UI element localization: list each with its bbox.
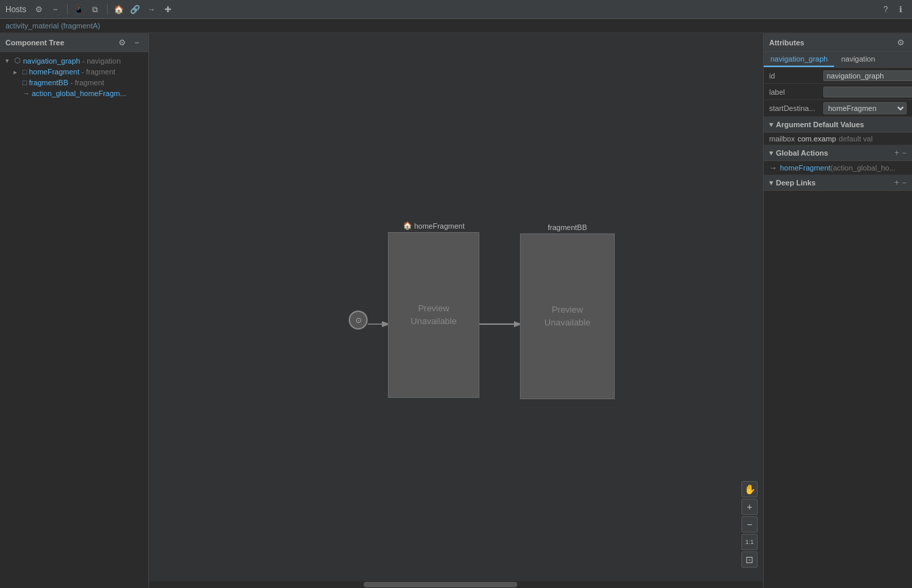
global-action-item[interactable]: → homeFragment (action_global_ho... [764,161,912,175]
toolbar-minimize-icon[interactable]: − [49,3,62,16]
arg-default-val: default val [839,135,873,143]
canvas-scrollbar[interactable] [149,581,763,588]
global-actions-title: Global Actions [776,149,894,157]
attr-label-input[interactable] [823,87,912,97]
toolbar-phone-link-icon[interactable]: 📱 [73,3,85,16]
zoom-out-button[interactable]: − [741,516,758,533]
attr-start-dest-label: startDestina... [769,104,823,112]
fragmentbb-box: PreviewUnavailable [520,233,615,399]
nav-graph-sub: - navigation [82,57,121,65]
fragmentbb-preview-text: PreviewUnavailable [544,304,590,328]
canvas-area[interactable]: ⊙ 🏠 homeFragment [149,33,763,588]
action-global-icon: → [22,89,30,97]
panel-header-icons: ⚙ − [116,37,143,49]
expand-icon: ▾ [5,57,12,64]
attributes-section: id label startDestina... homeFragmen fra… [764,68,912,117]
toolbar-add-icon[interactable]: ✚ [162,3,174,16]
scrollbar-thumb [364,582,517,587]
tree-item-navigation-graph[interactable]: ▾ ⬡ navigation_graph - navigation [0,55,148,66]
attributes-settings-icon[interactable]: ⚙ [894,37,907,49]
global-action-icon: ⊙ [349,311,368,330]
breadcrumb: activity_material (fragmentA) [0,19,912,33]
global-actions-add-icon[interactable]: + [894,148,899,158]
toolbar-home-icon[interactable]: 🏠 [113,3,125,16]
attr-start-dest-select[interactable]: homeFragmen fragmentBB [823,102,907,114]
deep-links-add-icon[interactable]: + [894,178,899,187]
home-fragment-box: PreviewUnavailable [388,232,479,398]
hosts-label: Hosts [5,5,26,14]
fragmentbb-label: fragmentBB [29,78,68,87]
toolbar-link-icon[interactable]: 🔗 [129,3,142,16]
argument-row: mailbox com.examp default val [764,133,912,145]
deep-links-icons: + − [894,178,907,187]
argument-section-title: Argument Default Values [776,120,907,129]
zoom-controls: ✋ + − 1:1 ⊡ [741,481,758,568]
argument-section-header[interactable]: ▾ Argument Default Values [764,117,912,133]
left-panel: Component Tree ⚙ − ▾ ⬡ navigation_graph … [0,33,149,588]
global-actions-section-header[interactable]: ▾ Global Actions + − [764,145,912,161]
home-fragment-sub: - fragment [81,68,115,76]
component-tree-area: ▾ ⬡ navigation_graph - navigation ▸ □ ho… [0,52,148,588]
zoom-reset-button[interactable]: 1:1 [741,534,758,550]
fragmentbb-sub: - fragment [70,78,104,87]
tree-item-action-global[interactable]: → action_global_homeFragm... [0,88,148,99]
toolbar-sep-1 [67,4,68,15]
home-fragment-node[interactable]: 🏠 homeFragment PreviewUnavailable [388,221,479,398]
home-fragment-icon: □ [22,68,27,76]
canvas-content: ⊙ 🏠 homeFragment [149,33,763,588]
top-toolbar: Hosts ⚙ − 📱 ⧉ 🏠 🔗 → ✚ ? ℹ [0,0,912,19]
global-action-sub: (action_global_ho... [831,164,896,172]
pan-tool-button[interactable]: ✋ [741,481,758,497]
attr-row-label: label [764,84,912,100]
toolbar-right: ? ℹ [880,3,907,16]
right-panel-tabs: navigation_graph navigation [764,52,912,68]
nav-graph-icon: ⬡ [14,56,21,65]
toolbar-sep-2 [107,4,108,15]
toolbar-arrow-icon[interactable]: → [146,3,158,16]
component-tree-settings-icon[interactable]: ⚙ [116,37,128,49]
tree-item-home-fragment[interactable]: ▸ □ homeFragment - fragment [0,66,148,77]
fragmentbb-icon: □ [22,78,27,87]
attributes-title: Attributes [769,39,894,47]
deep-links-section-header[interactable]: ▾ Deep Links + − [764,175,912,191]
home-fragment-label: homeFragment [29,68,80,76]
argument-col-items: mailbox com.examp default val [769,135,907,143]
attr-label-label: label [769,88,823,96]
zoom-in-button[interactable]: + [741,499,758,515]
global-actions-icons: + − [894,148,907,158]
global-action-label: homeFragment [780,164,831,172]
action-global-label: action_global_homeFragm... [32,89,126,97]
global-action-arrow-icon: → [769,163,777,173]
component-tree-header: Component Tree ⚙ − [0,33,148,52]
arg-mailbox: mailbox [769,135,795,143]
component-tree-minimize-icon[interactable]: − [131,37,143,49]
info-icon[interactable]: ℹ [894,3,907,16]
arg-com-examp: com.examp [798,135,836,143]
attr-row-start-dest: startDestina... homeFragmen fragmentBB [764,100,912,117]
global-actions-remove-icon[interactable]: − [902,148,907,158]
tree-item-fragmentbb[interactable]: □ fragmentBB - fragment [0,77,148,88]
nav-graph-label: navigation_graph [23,57,80,65]
tab-navigation[interactable]: navigation [834,52,882,67]
home-fragment-node-label: 🏠 homeFragment [403,221,465,230]
attr-row-id: id [764,68,912,84]
fragmentbb-node[interactable]: fragmentBB PreviewUnavailable [520,223,615,399]
right-panel-header: Attributes ⚙ [764,33,912,52]
tab-navigation-graph[interactable]: navigation_graph [764,52,834,67]
component-tree-title: Component Tree [5,39,116,47]
toolbar-phone-copy-icon[interactable]: ⧉ [89,3,102,16]
expand-icon-home: ▸ [14,68,20,76]
attr-id-input[interactable] [823,70,912,81]
toolbar-settings-icon[interactable]: ⚙ [33,3,45,16]
fragmentbb-node-label: fragmentBB [548,223,587,231]
attr-id-label: id [769,72,823,80]
home-preview-text: PreviewUnavailable [411,302,457,327]
deep-links-title: Deep Links [776,179,894,187]
help-icon[interactable]: ? [880,3,892,16]
main-area: Component Tree ⚙ − ▾ ⬡ navigation_graph … [0,33,912,588]
deep-links-remove-icon[interactable]: − [902,178,907,187]
home-icon: 🏠 [403,221,412,230]
fit-screen-button[interactable]: ⊡ [741,551,758,568]
right-panel: Attributes ⚙ navigation_graph navigation… [763,33,912,588]
